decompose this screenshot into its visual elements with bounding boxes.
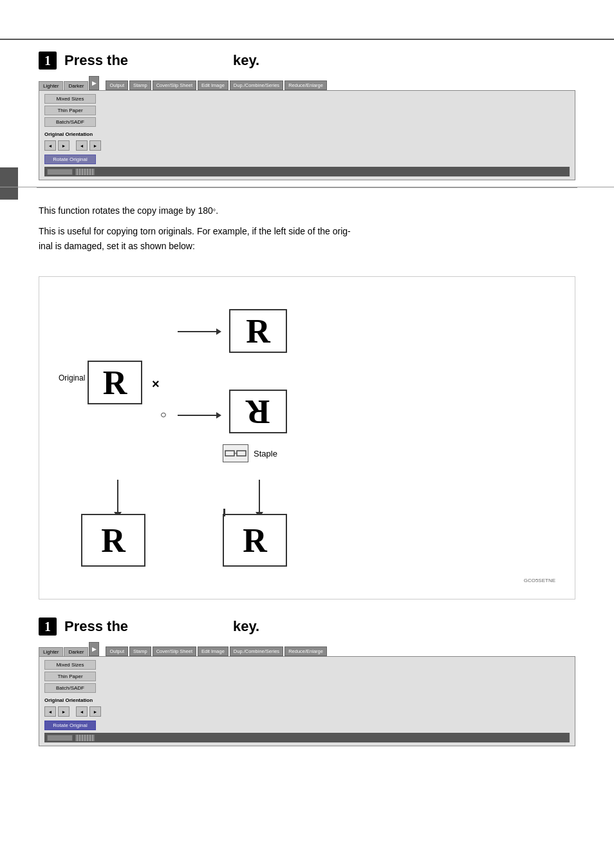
step1-key-text: key. xyxy=(233,52,259,69)
step1-panel-body: Mixed Sizes Thin Paper Batch/SADF Origin… xyxy=(39,90,575,180)
arrow-right-bottom xyxy=(178,412,221,419)
btn-stamp[interactable]: Stamp xyxy=(129,80,151,90)
step2-panel-body: Mixed Sizes Thin Paper Batch/SADF Origin… xyxy=(39,656,575,746)
step2-btn-group: Mixed Sizes Thin Paper Batch/SADF Origin… xyxy=(44,660,101,730)
r-letter-mid-right: R xyxy=(246,393,270,431)
step2-status-lines xyxy=(75,735,95,741)
step2-status-indicator xyxy=(47,735,73,741)
diagram-inner: Original R × R ○ xyxy=(52,290,562,586)
btn-reduce[interactable]: Reduce/Enlarge xyxy=(284,80,327,90)
btn-output[interactable]: Output xyxy=(106,80,128,90)
arrow-right-top xyxy=(178,328,221,335)
step2-btn-stamp[interactable]: Stamp xyxy=(129,646,151,656)
r-letter-top-right: R xyxy=(246,312,270,350)
step2-tab-lighter[interactable]: Lighter xyxy=(39,647,63,656)
r-box-bottom-left: R xyxy=(81,514,145,567)
desc-line2: This is useful for copying torn original… xyxy=(39,224,575,253)
arrow-down-right xyxy=(256,480,263,518)
orient-label: Original Orientation xyxy=(44,131,101,137)
staple-mark xyxy=(223,509,225,516)
tab-lighter[interactable]: Lighter xyxy=(39,81,63,90)
step2-number-box: 1 xyxy=(39,618,57,636)
step1-section: 1 Press the key. Lighter Darker ▶ Output xyxy=(0,40,614,187)
page-container: 1 Press the key. Lighter Darker ▶ Output xyxy=(0,39,614,868)
step1-ui-panel: Lighter Darker ▶ Output Stamp Cover/Slip… xyxy=(39,76,575,180)
staple-label: Staple xyxy=(254,449,277,458)
step2-btn-mixed[interactable]: Mixed Sizes xyxy=(44,660,96,670)
step2-btn-thin[interactable]: Thin Paper xyxy=(44,672,96,681)
step2-btn-dup[interactable]: Dup./Combine/Series xyxy=(230,646,283,656)
step2-tab-darker[interactable]: Darker xyxy=(64,647,88,656)
step2-btn-edit[interactable]: Edit Image xyxy=(198,646,228,656)
step1-key-placeholder xyxy=(136,53,225,68)
r-box-top-right: R xyxy=(229,309,287,353)
original-label: Original xyxy=(59,373,85,382)
step2-orient-3[interactable]: ► xyxy=(89,706,101,717)
x-mark: × xyxy=(152,377,160,392)
r-letter-bottom-left: R xyxy=(101,522,126,560)
step2-orient-2[interactable]: ◄ xyxy=(76,706,88,717)
svg-rect-0 xyxy=(225,451,234,456)
desc-line1: This function rotates the copy image by … xyxy=(39,203,575,218)
step2-key-text: key. xyxy=(233,618,259,635)
btn-mixed-sizes[interactable]: Mixed Sizes xyxy=(44,94,96,104)
orient-icon-1[interactable]: ► xyxy=(58,140,70,151)
step2-status-bar xyxy=(44,733,570,742)
btn-batch[interactable]: Batch/SADF xyxy=(44,117,96,127)
staple-row: Staple xyxy=(223,444,523,462)
step2-number: 1 xyxy=(44,619,51,634)
step2-btn-rotate[interactable]: Rotate Original xyxy=(44,721,96,730)
tab-darker[interactable]: Darker xyxy=(64,81,88,90)
r-box-original: R xyxy=(88,361,142,404)
step2-btn-reduce[interactable]: Reduce/Enlarge xyxy=(284,646,327,656)
step2-key-placeholder xyxy=(136,619,225,634)
diagram-container: Original R × R ○ xyxy=(39,276,575,599)
orient-icon-0[interactable]: ◄ xyxy=(44,140,56,151)
step2-press-text: Press the xyxy=(64,618,128,635)
step1-number-box: 1 xyxy=(39,52,57,70)
orient-icon-3[interactable]: ► xyxy=(89,140,101,151)
step2-orient-label: Original Orientation xyxy=(44,697,101,703)
r-letter-original: R xyxy=(103,364,127,402)
status-indicator xyxy=(47,169,73,175)
staple-icon xyxy=(223,444,248,462)
description-section: This function rotates the copy image by … xyxy=(0,188,614,266)
step2-ui-panel: Lighter Darker ▶ Output Stamp Cover/Slip… xyxy=(39,642,575,746)
step1-status-bar xyxy=(44,167,570,176)
image-code: GCO5SETNE xyxy=(524,578,555,583)
orient-icon-2[interactable]: ◄ xyxy=(76,140,88,151)
r-box-mid-right: R xyxy=(229,390,287,433)
btn-rotate-original[interactable]: Rotate Original xyxy=(44,155,96,164)
step2-orient-1[interactable]: ► xyxy=(58,706,70,717)
btn-dup[interactable]: Dup./Combine/Series xyxy=(230,80,283,90)
o-mark: ○ xyxy=(160,409,167,420)
r-box-bottom-right: R xyxy=(223,514,287,567)
btn-cover[interactable]: Cover/Slip Sheet xyxy=(153,80,196,90)
step1-press-text: Press the xyxy=(64,52,128,69)
step2-tab-arrow[interactable]: ▶ xyxy=(89,642,99,656)
step1-header: 1 Press the key. xyxy=(39,52,575,70)
arrow-down-left xyxy=(114,480,122,518)
btn-thin-paper[interactable]: Thin Paper xyxy=(44,106,96,115)
step2-orient-icons: ◄ ► ◄ ► xyxy=(44,706,101,717)
btn-edit[interactable]: Edit Image xyxy=(198,80,228,90)
svg-rect-1 xyxy=(237,451,246,456)
status-lines xyxy=(75,169,95,175)
step2-btn-cover[interactable]: Cover/Slip Sheet xyxy=(153,646,196,656)
step1-number: 1 xyxy=(44,53,51,68)
step2-btn-batch[interactable]: Batch/SADF xyxy=(44,683,96,693)
step2-section: 1 Press the key. Lighter Darker ▶ Output… xyxy=(0,606,614,753)
orient-icons-group: ◄ ► ◄ ► xyxy=(44,140,101,151)
step1-btn-group: Mixed Sizes Thin Paper Batch/SADF Origin… xyxy=(44,94,101,164)
tab-arrow[interactable]: ▶ xyxy=(89,76,99,90)
step2-header: 1 Press the key. xyxy=(39,618,575,636)
r-letter-bottom-right: R xyxy=(243,522,267,560)
step2-btn-output[interactable]: Output xyxy=(106,646,128,656)
step2-orient-0[interactable]: ◄ xyxy=(44,706,56,717)
